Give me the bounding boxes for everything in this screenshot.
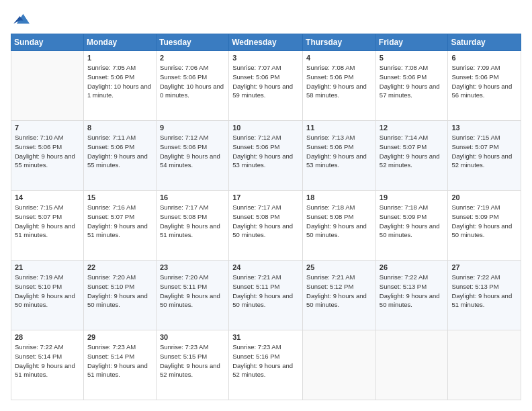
calendar-table: SundayMondayTuesdayWednesdayThursdayFrid… [11, 34, 521, 400]
calendar-cell: 28Sunrise: 7:22 AMSunset: 5:14 PMDayligh… [11, 330, 84, 400]
calendar-cell: 26Sunrise: 7:22 AMSunset: 5:13 PMDayligh… [375, 261, 448, 330]
day-info: Sunrise: 7:15 AMSunset: 5:07 PMDaylight:… [15, 203, 80, 240]
day-info: Sunrise: 7:20 AMSunset: 5:10 PMDaylight:… [87, 273, 152, 310]
day-number: 21 [15, 263, 80, 271]
calendar-cell: 5Sunrise: 7:08 AMSunset: 5:06 PMDaylight… [375, 51, 448, 121]
day-info: Sunrise: 7:16 AMSunset: 5:07 PMDaylight:… [87, 203, 152, 240]
logo-icon [13, 11, 30, 27]
day-number: 13 [451, 124, 517, 132]
calendar-cell: 19Sunrise: 7:18 AMSunset: 5:09 PMDayligh… [375, 191, 448, 261]
day-number: 27 [451, 263, 517, 271]
weekday-header-row: SundayMondayTuesdayWednesdayThursdayFrid… [11, 34, 521, 51]
day-number: 30 [160, 333, 225, 341]
calendar-cell: 16Sunrise: 7:17 AMSunset: 5:08 PMDayligh… [156, 191, 228, 261]
day-number: 6 [451, 54, 517, 62]
day-info: Sunrise: 7:08 AMSunset: 5:06 PMDaylight:… [306, 63, 372, 100]
day-info: Sunrise: 7:07 AMSunset: 5:06 PMDaylight:… [232, 63, 299, 100]
day-number: 5 [380, 54, 445, 62]
day-info: Sunrise: 7:22 AMSunset: 5:13 PMDaylight:… [380, 273, 445, 310]
week-row-4: 28Sunrise: 7:22 AMSunset: 5:14 PMDayligh… [11, 330, 521, 400]
day-info: Sunrise: 7:21 AMSunset: 5:11 PMDaylight:… [232, 273, 299, 310]
day-info: Sunrise: 7:18 AMSunset: 5:08 PMDaylight:… [306, 203, 372, 240]
day-info: Sunrise: 7:19 AMSunset: 5:09 PMDaylight:… [451, 203, 517, 240]
calendar-cell [11, 51, 84, 121]
calendar-cell: 2Sunrise: 7:06 AMSunset: 5:06 PMDaylight… [156, 51, 228, 121]
day-info: Sunrise: 7:21 AMSunset: 5:12 PMDaylight:… [306, 273, 372, 310]
calendar-cell [375, 330, 448, 400]
calendar-cell: 15Sunrise: 7:16 AMSunset: 5:07 PMDayligh… [83, 191, 156, 261]
weekday-monday: Monday [83, 34, 156, 51]
calendar-cell: 23Sunrise: 7:20 AMSunset: 5:11 PMDayligh… [156, 261, 228, 330]
calendar-cell: 25Sunrise: 7:21 AMSunset: 5:12 PMDayligh… [303, 261, 376, 330]
day-info: Sunrise: 7:12 AMSunset: 5:06 PMDaylight:… [232, 133, 299, 170]
day-number: 4 [306, 54, 372, 62]
day-info: Sunrise: 7:10 AMSunset: 5:06 PMDaylight:… [15, 133, 80, 170]
day-number: 8 [87, 124, 152, 132]
day-number: 24 [232, 263, 299, 271]
day-number: 16 [160, 193, 225, 201]
day-info: Sunrise: 7:23 AMSunset: 5:16 PMDaylight:… [232, 342, 299, 379]
week-row-2: 14Sunrise: 7:15 AMSunset: 5:07 PMDayligh… [11, 191, 521, 261]
day-number: 15 [87, 193, 152, 201]
calendar-cell: 21Sunrise: 7:19 AMSunset: 5:10 PMDayligh… [11, 261, 84, 330]
day-info: Sunrise: 7:23 AMSunset: 5:14 PMDaylight:… [87, 342, 152, 379]
page: SundayMondayTuesdayWednesdayThursdayFrid… [0, 0, 532, 411]
day-info: Sunrise: 7:18 AMSunset: 5:09 PMDaylight:… [380, 203, 445, 240]
day-info: Sunrise: 7:23 AMSunset: 5:15 PMDaylight:… [160, 342, 225, 379]
calendar-cell: 31Sunrise: 7:23 AMSunset: 5:16 PMDayligh… [229, 330, 303, 400]
weekday-friday: Friday [375, 34, 448, 51]
week-row-1: 7Sunrise: 7:10 AMSunset: 5:06 PMDaylight… [11, 121, 521, 191]
calendar-cell: 22Sunrise: 7:20 AMSunset: 5:10 PMDayligh… [83, 261, 156, 330]
calendar-cell: 9Sunrise: 7:12 AMSunset: 5:06 PMDaylight… [156, 121, 228, 191]
day-number: 19 [380, 193, 445, 201]
day-number: 26 [380, 263, 445, 271]
calendar-cell [448, 330, 521, 400]
week-row-3: 21Sunrise: 7:19 AMSunset: 5:10 PMDayligh… [11, 261, 521, 330]
day-number: 11 [306, 124, 372, 132]
calendar-cell: 1Sunrise: 7:05 AMSunset: 5:06 PMDaylight… [83, 51, 156, 121]
calendar-cell: 27Sunrise: 7:22 AMSunset: 5:13 PMDayligh… [448, 261, 521, 330]
day-number: 29 [87, 333, 152, 341]
day-number: 3 [232, 54, 299, 62]
day-info: Sunrise: 7:22 AMSunset: 5:14 PMDaylight:… [15, 342, 80, 379]
day-info: Sunrise: 7:09 AMSunset: 5:06 PMDaylight:… [451, 63, 517, 100]
day-info: Sunrise: 7:15 AMSunset: 5:07 PMDaylight:… [451, 133, 517, 170]
day-number: 20 [451, 193, 517, 201]
calendar-cell [303, 330, 376, 400]
day-number: 23 [160, 263, 225, 271]
weekday-thursday: Thursday [303, 34, 376, 51]
calendar-cell: 12Sunrise: 7:14 AMSunset: 5:07 PMDayligh… [375, 121, 448, 191]
day-info: Sunrise: 7:20 AMSunset: 5:11 PMDaylight:… [160, 273, 225, 310]
calendar-cell: 20Sunrise: 7:19 AMSunset: 5:09 PMDayligh… [448, 191, 521, 261]
calendar-cell: 11Sunrise: 7:13 AMSunset: 5:06 PMDayligh… [303, 121, 376, 191]
weekday-wednesday: Wednesday [229, 34, 303, 51]
day-number: 1 [87, 54, 152, 62]
calendar-cell: 24Sunrise: 7:21 AMSunset: 5:11 PMDayligh… [229, 261, 303, 330]
day-number: 17 [232, 193, 299, 201]
day-number: 10 [232, 124, 299, 132]
day-number: 14 [15, 193, 80, 201]
weekday-tuesday: Tuesday [156, 34, 228, 51]
day-info: Sunrise: 7:08 AMSunset: 5:06 PMDaylight:… [380, 63, 445, 100]
day-info: Sunrise: 7:13 AMSunset: 5:06 PMDaylight:… [306, 133, 372, 170]
day-info: Sunrise: 7:14 AMSunset: 5:07 PMDaylight:… [380, 133, 445, 170]
day-info: Sunrise: 7:17 AMSunset: 5:08 PMDaylight:… [232, 203, 299, 240]
calendar-cell: 8Sunrise: 7:11 AMSunset: 5:06 PMDaylight… [83, 121, 156, 191]
calendar-cell: 30Sunrise: 7:23 AMSunset: 5:15 PMDayligh… [156, 330, 228, 400]
logo [11, 11, 30, 27]
calendar-cell: 6Sunrise: 7:09 AMSunset: 5:06 PMDaylight… [448, 51, 521, 121]
day-info: Sunrise: 7:22 AMSunset: 5:13 PMDaylight:… [451, 273, 517, 310]
calendar-cell: 7Sunrise: 7:10 AMSunset: 5:06 PMDaylight… [11, 121, 84, 191]
calendar-cell: 4Sunrise: 7:08 AMSunset: 5:06 PMDaylight… [303, 51, 376, 121]
day-info: Sunrise: 7:11 AMSunset: 5:06 PMDaylight:… [87, 133, 152, 170]
day-number: 28 [15, 333, 80, 341]
day-info: Sunrise: 7:06 AMSunset: 5:06 PMDaylight:… [160, 63, 225, 100]
calendar-cell: 10Sunrise: 7:12 AMSunset: 5:06 PMDayligh… [229, 121, 303, 191]
header [11, 11, 521, 27]
day-number: 18 [306, 193, 372, 201]
day-info: Sunrise: 7:17 AMSunset: 5:08 PMDaylight:… [160, 203, 225, 240]
weekday-saturday: Saturday [448, 34, 521, 51]
day-number: 2 [160, 54, 225, 62]
day-info: Sunrise: 7:19 AMSunset: 5:10 PMDaylight:… [15, 273, 80, 310]
calendar-cell: 3Sunrise: 7:07 AMSunset: 5:06 PMDaylight… [229, 51, 303, 121]
